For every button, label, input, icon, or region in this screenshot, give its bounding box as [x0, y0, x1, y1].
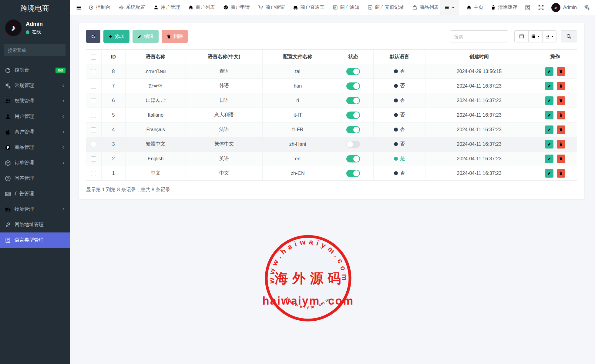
settings-cogs-icon[interactable]: [584, 5, 590, 11]
row-edit-button[interactable]: [545, 125, 553, 134]
row-checkbox[interactable]: [91, 84, 96, 89]
columns-button[interactable]: [528, 30, 543, 42]
sidebar-item-ads[interactable]: 广告管理: [0, 186, 70, 202]
sidebar-item-users[interactable]: 用户管理: [0, 109, 70, 124]
refresh-button[interactable]: [86, 30, 100, 43]
sidebar-item-merchants[interactable]: 商户管理: [0, 124, 70, 140]
nav-menu-dropdown[interactable]: [440, 0, 459, 15]
nav-merchant-recharge[interactable]: 商户充值记录: [368, 4, 404, 11]
ad-icon: [5, 191, 11, 197]
row-delete-button[interactable]: [557, 111, 565, 119]
row-delete-button[interactable]: [557, 169, 565, 178]
delete-button[interactable]: 删除: [162, 30, 188, 43]
users-icon: [5, 98, 11, 104]
check-circle-icon: [223, 5, 228, 10]
row-edit-button[interactable]: [545, 67, 553, 76]
status-toggle[interactable]: [346, 141, 360, 148]
sidebar-item-logistics[interactable]: 物流管理: [0, 202, 70, 217]
status-toggle[interactable]: [346, 170, 360, 177]
row-delete-button[interactable]: [557, 96, 565, 105]
navbar-right: 主页 清除缓存 ♪ Admin: [440, 0, 590, 15]
language-file-icon[interactable]: [525, 5, 531, 11]
row-edit-button[interactable]: [545, 82, 553, 90]
sidebar-search-input[interactable]: [8, 48, 68, 53]
hamburger-icon[interactable]: [76, 5, 82, 11]
cell-config-file: tai: [262, 64, 333, 79]
row-checkbox[interactable]: [91, 69, 96, 74]
header-id: ID: [101, 50, 125, 64]
nav-merchant-apply[interactable]: 商户申请: [223, 4, 250, 11]
nav-user-menu[interactable]: ♪ Admin: [551, 3, 577, 12]
user-name: Admin: [26, 21, 43, 27]
status-toggle[interactable]: [346, 82, 360, 90]
sidebar-item-urls[interactable]: 网络地址管理: [0, 217, 70, 232]
row-edit-button[interactable]: [545, 155, 553, 163]
cell-language-name: 中文: [126, 166, 186, 181]
row-edit-button[interactable]: [545, 96, 553, 105]
row-checkbox[interactable]: [91, 127, 96, 132]
row-delete-button[interactable]: [557, 67, 565, 76]
sidebar-item-products[interactable]: 商品管理: [0, 140, 70, 155]
export-button[interactable]: [542, 30, 556, 42]
nav-system-config[interactable]: 系统配置: [119, 4, 145, 11]
nav-merchant-express[interactable]: 商户直通车: [293, 4, 324, 11]
nav-merchant-showcase[interactable]: 商户橱窗: [258, 4, 285, 11]
row-checkbox[interactable]: [91, 142, 96, 147]
row-edit-button[interactable]: [545, 111, 553, 119]
table-search-input[interactable]: [450, 30, 508, 42]
cell-created-time: 2024-04-11 16:37:23: [425, 93, 533, 108]
select-all-checkbox[interactable]: [91, 55, 96, 60]
dot-icon: [394, 157, 398, 161]
table-row: 4 Français 法语 fr-FR 否 2024-04-11 16:37:2…: [86, 122, 577, 137]
row-delete-button[interactable]: [557, 125, 565, 134]
status-toggle[interactable]: [346, 126, 360, 133]
nav-dashboard[interactable]: 控制台: [89, 4, 110, 11]
nav-clear-cache[interactable]: 清除缓存: [491, 4, 517, 11]
car-icon: [293, 5, 298, 10]
sidebar-item-qa[interactable]: 问答管理: [0, 171, 70, 186]
edit-button[interactable]: 编辑: [133, 30, 159, 43]
fullscreen-icon[interactable]: [538, 5, 544, 11]
sidebar-item-general[interactable]: 常规管理: [0, 78, 70, 93]
pencil-icon: [547, 128, 551, 132]
row-delete-button[interactable]: [557, 82, 565, 90]
trash-icon: [491, 5, 496, 10]
row-edit-button[interactable]: [545, 169, 553, 178]
note-icon: [333, 5, 338, 10]
row-delete-button[interactable]: [557, 140, 565, 149]
nav-merchant-list[interactable]: 商户列表: [188, 4, 215, 11]
status-toggle[interactable]: [346, 155, 360, 162]
search-go-button[interactable]: [561, 30, 577, 42]
status-toggle[interactable]: [346, 112, 360, 119]
status-toggle[interactable]: [346, 68, 360, 75]
nav-merchant-notice[interactable]: 商户通知: [333, 4, 359, 11]
row-checkbox[interactable]: [91, 113, 96, 118]
cell-language-name-cn: 意大利语: [186, 108, 263, 122]
detail-view-button[interactable]: [514, 30, 529, 42]
sidebar-item-dashboard[interactable]: 控制台 hot: [0, 62, 70, 78]
sidebar-item-orders[interactable]: 订单管理: [0, 155, 70, 171]
user-icon: [5, 114, 11, 120]
row-checkbox[interactable]: [91, 156, 96, 162]
cell-language-name-cn: 中文: [186, 166, 263, 181]
status-toggle[interactable]: [346, 97, 360, 104]
top-navbar: 控制台 系统配置 用户管理 商户列表 商户申请 商户橱窗 商户直通车 商户通知 …: [70, 0, 595, 15]
row-checkbox[interactable]: [91, 171, 96, 176]
cell-created-time: 2024-04-11 16:37:23: [425, 152, 533, 166]
home-icon: [188, 5, 193, 10]
row-delete-button[interactable]: [557, 155, 565, 163]
dot-icon: [394, 84, 398, 88]
table-row: 2 English 英语 en 是 2024-04-11 16:37:23: [86, 152, 577, 166]
nav-user-mgmt[interactable]: 用户管理: [153, 4, 180, 11]
row-edit-button[interactable]: [545, 140, 553, 149]
nav-homepage[interactable]: 主页: [466, 4, 483, 11]
row-checkbox[interactable]: [91, 98, 96, 103]
sidebar-item-permissions[interactable]: 权限管理: [0, 93, 70, 109]
cell-created-time: 2024-04-11 16:37:23: [425, 137, 533, 152]
nav-product-list[interactable]: 商品列表: [412, 4, 439, 11]
gear-icon: [119, 5, 124, 10]
table-row: 6 にほんご 日语 ri 否 2024-04-11 16:37:23: [86, 93, 577, 108]
app-title: 跨境电商: [0, 0, 70, 16]
sidebar-item-language-types[interactable]: 语言类型管理: [0, 232, 70, 248]
add-button[interactable]: 添加: [103, 30, 129, 43]
